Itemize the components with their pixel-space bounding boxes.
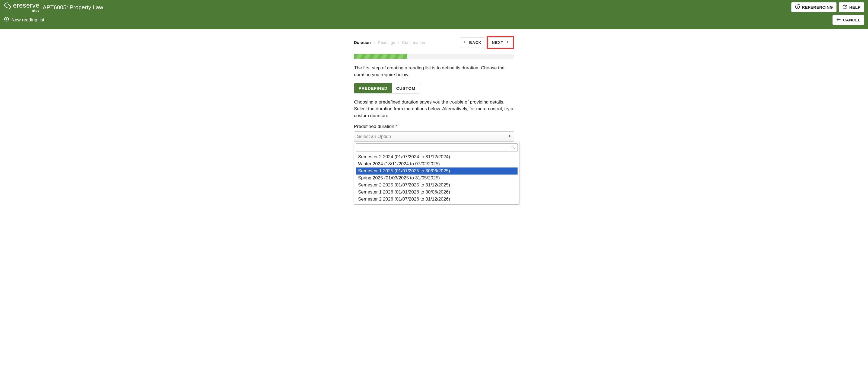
back-label: BACK — [469, 40, 482, 45]
brand-logo: ereserve plus — [4, 2, 39, 12]
toggle-custom[interactable]: CUSTOM — [392, 83, 420, 93]
next-button[interactable]: NEXT — [488, 37, 513, 47]
help-button[interactable]: HELP — [839, 2, 864, 12]
help-icon — [842, 4, 848, 10]
intro-text: The first step of creating a reading lis… — [354, 65, 514, 78]
wizard-breadcrumbs: Duration Readings Confirmation — [354, 40, 425, 45]
help-label: HELP — [849, 5, 861, 9]
info-quote-icon — [795, 4, 800, 10]
svg-point-4 — [845, 8, 845, 8]
svg-line-12 — [514, 147, 515, 148]
duration-type-toggle: PREDEFINED CUSTOM — [354, 83, 420, 94]
chevron-right-icon — [397, 41, 400, 44]
brand-name: ereserve — [13, 2, 39, 9]
back-button[interactable]: BACK — [460, 37, 485, 47]
arrow-left-icon — [464, 40, 468, 45]
chevron-right-icon — [373, 41, 376, 44]
crumb-readings: Readings — [378, 40, 395, 45]
dropdown-search-input[interactable] — [356, 144, 509, 151]
predefined-duration-dropdown: Semester 2 2024 (01/07/2024 to 31/12/202… — [354, 142, 520, 205]
main-content: Duration Readings Confirmation BACK NEXT — [0, 29, 868, 205]
svg-point-11 — [512, 145, 514, 148]
page-title: APT6005: Property Law — [42, 4, 103, 10]
cancel-label: CANCEL — [843, 18, 861, 22]
dropdown-option[interactable]: Semester 2 2026 (01/07/2026 to 31/12/202… — [356, 196, 518, 203]
dropdown-option[interactable]: Semester 2 2024 (01/07/2024 to 31/12/202… — [356, 154, 518, 161]
search-icon — [509, 145, 517, 150]
next-label: NEXT — [492, 40, 503, 45]
brand-sub: plus — [32, 9, 40, 12]
next-button-highlight: NEXT — [487, 36, 514, 49]
dropdown-option[interactable]: Semester 1 2026 (01/01/2026 to 30/06/202… — [356, 189, 518, 196]
new-reading-list-label: New reading list — [11, 18, 44, 23]
chevron-up-icon: ▲ — [508, 134, 511, 137]
crumb-duration: Duration — [354, 40, 371, 45]
arrow-right-icon — [504, 40, 509, 45]
header: ereserve plus APT6005: Property Law REFE… — [0, 0, 868, 29]
toggle-predefined[interactable]: PREDEFINED — [354, 83, 392, 93]
select-placeholder: Select an Option — [357, 134, 391, 139]
logo-swirl-icon — [4, 2, 11, 11]
referencing-button[interactable]: REFERENCING — [791, 2, 837, 12]
progress-bar — [354, 54, 514, 59]
dropdown-option[interactable]: Winter 2024 (18/11/2024 to 07/02/2025) — [356, 161, 518, 168]
predefined-duration-select[interactable]: Select an Option ▲ — [354, 131, 514, 142]
brand-block: ereserve plus APT6005: Property Law — [4, 2, 103, 12]
dropdown-option[interactable]: Spring 2025 (01/03/2025 to 31/05/2025) — [356, 174, 518, 181]
plus-circle-icon — [4, 16, 9, 23]
dropdown-option[interactable]: Semester 2 2025 (01/07/2025 to 31/12/202… — [356, 181, 518, 189]
progress-fill — [354, 54, 407, 59]
arrow-left-icon — [836, 17, 841, 23]
dropdown-search-wrapper — [356, 143, 518, 152]
new-reading-list-link[interactable]: New reading list — [4, 16, 44, 23]
help-text: Choosing a predefined duration saves you… — [354, 99, 514, 119]
cancel-button[interactable]: CANCEL — [833, 15, 865, 25]
referencing-label: REFERENCING — [802, 5, 833, 9]
predefined-duration-label: Predefined duration * — [354, 124, 514, 129]
required-mark: * — [396, 124, 397, 129]
crumb-confirmation: Confirmation — [402, 40, 425, 45]
dropdown-option[interactable]: Semester 1 2025 (01/01/2025 to 30/06/202… — [356, 168, 518, 174]
